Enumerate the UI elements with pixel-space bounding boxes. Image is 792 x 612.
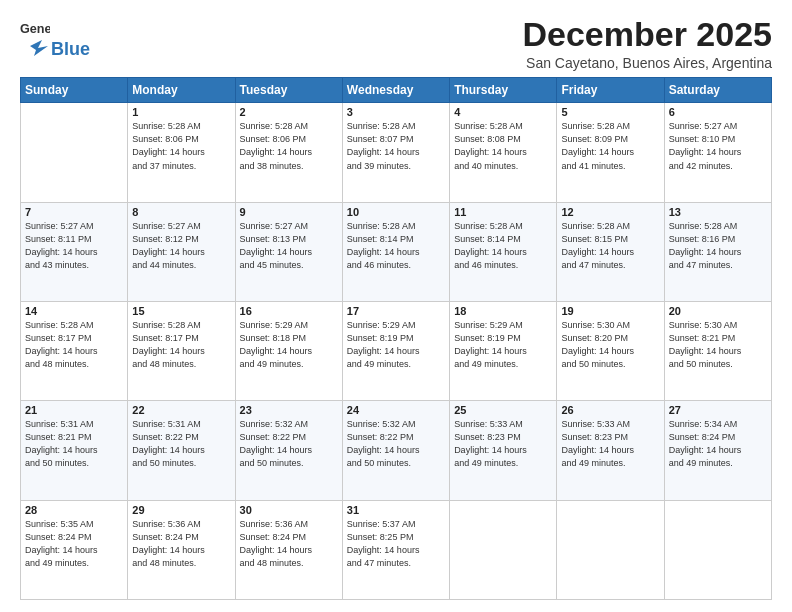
- day-number: 29: [132, 504, 230, 516]
- calendar-cell: 30Sunrise: 5:36 AM Sunset: 8:24 PM Dayli…: [235, 500, 342, 599]
- calendar-cell: [450, 500, 557, 599]
- day-info: Sunrise: 5:32 AM Sunset: 8:22 PM Dayligh…: [240, 418, 338, 470]
- day-info: Sunrise: 5:27 AM Sunset: 8:10 PM Dayligh…: [669, 120, 767, 172]
- day-info: Sunrise: 5:34 AM Sunset: 8:24 PM Dayligh…: [669, 418, 767, 470]
- calendar-header-row: SundayMondayTuesdayWednesdayThursdayFrid…: [21, 78, 772, 103]
- day-number: 17: [347, 305, 445, 317]
- calendar-cell: [21, 103, 128, 202]
- day-number: 7: [25, 206, 123, 218]
- calendar-cell: 14Sunrise: 5:28 AM Sunset: 8:17 PM Dayli…: [21, 302, 128, 401]
- calendar-cell: 16Sunrise: 5:29 AM Sunset: 8:18 PM Dayli…: [235, 302, 342, 401]
- calendar-header-sunday: Sunday: [21, 78, 128, 103]
- calendar-cell: 28Sunrise: 5:35 AM Sunset: 8:24 PM Dayli…: [21, 500, 128, 599]
- day-info: Sunrise: 5:28 AM Sunset: 8:17 PM Dayligh…: [25, 319, 123, 371]
- calendar-header-tuesday: Tuesday: [235, 78, 342, 103]
- day-number: 24: [347, 404, 445, 416]
- day-info: Sunrise: 5:36 AM Sunset: 8:24 PM Dayligh…: [132, 518, 230, 570]
- calendar-cell: 27Sunrise: 5:34 AM Sunset: 8:24 PM Dayli…: [664, 401, 771, 500]
- day-number: 15: [132, 305, 230, 317]
- logo-text-blue: Blue: [51, 39, 90, 60]
- day-number: 6: [669, 106, 767, 118]
- calendar-cell: 26Sunrise: 5:33 AM Sunset: 8:23 PM Dayli…: [557, 401, 664, 500]
- calendar-cell: 25Sunrise: 5:33 AM Sunset: 8:23 PM Dayli…: [450, 401, 557, 500]
- calendar-cell: 8Sunrise: 5:27 AM Sunset: 8:12 PM Daylig…: [128, 202, 235, 301]
- calendar-cell: 15Sunrise: 5:28 AM Sunset: 8:17 PM Dayli…: [128, 302, 235, 401]
- calendar-cell: 2Sunrise: 5:28 AM Sunset: 8:06 PM Daylig…: [235, 103, 342, 202]
- day-number: 12: [561, 206, 659, 218]
- calendar-cell: 13Sunrise: 5:28 AM Sunset: 8:16 PM Dayli…: [664, 202, 771, 301]
- day-number: 25: [454, 404, 552, 416]
- calendar-cell: 21Sunrise: 5:31 AM Sunset: 8:21 PM Dayli…: [21, 401, 128, 500]
- day-info: Sunrise: 5:28 AM Sunset: 8:17 PM Dayligh…: [132, 319, 230, 371]
- day-number: 21: [25, 404, 123, 416]
- day-info: Sunrise: 5:28 AM Sunset: 8:07 PM Dayligh…: [347, 120, 445, 172]
- calendar-cell: 23Sunrise: 5:32 AM Sunset: 8:22 PM Dayli…: [235, 401, 342, 500]
- calendar-week-row: 7Sunrise: 5:27 AM Sunset: 8:11 PM Daylig…: [21, 202, 772, 301]
- page: General Blue December 2025 San Cayetano,…: [0, 0, 792, 612]
- calendar-cell: 5Sunrise: 5:28 AM Sunset: 8:09 PM Daylig…: [557, 103, 664, 202]
- day-number: 11: [454, 206, 552, 218]
- calendar-cell: 6Sunrise: 5:27 AM Sunset: 8:10 PM Daylig…: [664, 103, 771, 202]
- day-info: Sunrise: 5:29 AM Sunset: 8:19 PM Dayligh…: [454, 319, 552, 371]
- calendar-header-wednesday: Wednesday: [342, 78, 449, 103]
- day-info: Sunrise: 5:29 AM Sunset: 8:19 PM Dayligh…: [347, 319, 445, 371]
- day-info: Sunrise: 5:33 AM Sunset: 8:23 PM Dayligh…: [561, 418, 659, 470]
- calendar: SundayMondayTuesdayWednesdayThursdayFrid…: [20, 77, 772, 600]
- calendar-header-friday: Friday: [557, 78, 664, 103]
- day-info: Sunrise: 5:28 AM Sunset: 8:08 PM Dayligh…: [454, 120, 552, 172]
- day-info: Sunrise: 5:27 AM Sunset: 8:12 PM Dayligh…: [132, 220, 230, 272]
- svg-text:General: General: [20, 22, 50, 36]
- day-number: 31: [347, 504, 445, 516]
- logo-bird-icon: [20, 38, 48, 60]
- day-info: Sunrise: 5:27 AM Sunset: 8:11 PM Dayligh…: [25, 220, 123, 272]
- day-info: Sunrise: 5:31 AM Sunset: 8:22 PM Dayligh…: [132, 418, 230, 470]
- calendar-cell: [664, 500, 771, 599]
- calendar-cell: 3Sunrise: 5:28 AM Sunset: 8:07 PM Daylig…: [342, 103, 449, 202]
- calendar-week-row: 14Sunrise: 5:28 AM Sunset: 8:17 PM Dayli…: [21, 302, 772, 401]
- day-info: Sunrise: 5:31 AM Sunset: 8:21 PM Dayligh…: [25, 418, 123, 470]
- day-number: 14: [25, 305, 123, 317]
- calendar-cell: 1Sunrise: 5:28 AM Sunset: 8:06 PM Daylig…: [128, 103, 235, 202]
- day-number: 5: [561, 106, 659, 118]
- calendar-cell: 19Sunrise: 5:30 AM Sunset: 8:20 PM Dayli…: [557, 302, 664, 401]
- calendar-cell: 11Sunrise: 5:28 AM Sunset: 8:14 PM Dayli…: [450, 202, 557, 301]
- day-number: 16: [240, 305, 338, 317]
- calendar-cell: 24Sunrise: 5:32 AM Sunset: 8:22 PM Dayli…: [342, 401, 449, 500]
- day-number: 26: [561, 404, 659, 416]
- calendar-week-row: 1Sunrise: 5:28 AM Sunset: 8:06 PM Daylig…: [21, 103, 772, 202]
- day-number: 13: [669, 206, 767, 218]
- day-number: 23: [240, 404, 338, 416]
- day-number: 22: [132, 404, 230, 416]
- day-number: 3: [347, 106, 445, 118]
- day-info: Sunrise: 5:30 AM Sunset: 8:21 PM Dayligh…: [669, 319, 767, 371]
- day-info: Sunrise: 5:35 AM Sunset: 8:24 PM Dayligh…: [25, 518, 123, 570]
- day-info: Sunrise: 5:28 AM Sunset: 8:06 PM Dayligh…: [240, 120, 338, 172]
- calendar-cell: 7Sunrise: 5:27 AM Sunset: 8:11 PM Daylig…: [21, 202, 128, 301]
- calendar-header-saturday: Saturday: [664, 78, 771, 103]
- day-number: 4: [454, 106, 552, 118]
- title-block: December 2025 San Cayetano, Buenos Aires…: [522, 16, 772, 71]
- calendar-week-row: 21Sunrise: 5:31 AM Sunset: 8:21 PM Dayli…: [21, 401, 772, 500]
- day-info: Sunrise: 5:28 AM Sunset: 8:14 PM Dayligh…: [347, 220, 445, 272]
- day-info: Sunrise: 5:37 AM Sunset: 8:25 PM Dayligh…: [347, 518, 445, 570]
- day-info: Sunrise: 5:32 AM Sunset: 8:22 PM Dayligh…: [347, 418, 445, 470]
- svg-marker-1: [30, 40, 48, 56]
- calendar-cell: 17Sunrise: 5:29 AM Sunset: 8:19 PM Dayli…: [342, 302, 449, 401]
- day-info: Sunrise: 5:28 AM Sunset: 8:16 PM Dayligh…: [669, 220, 767, 272]
- logo: General Blue: [20, 20, 90, 60]
- calendar-cell: 20Sunrise: 5:30 AM Sunset: 8:21 PM Dayli…: [664, 302, 771, 401]
- day-info: Sunrise: 5:28 AM Sunset: 8:09 PM Dayligh…: [561, 120, 659, 172]
- calendar-cell: 4Sunrise: 5:28 AM Sunset: 8:08 PM Daylig…: [450, 103, 557, 202]
- day-number: 18: [454, 305, 552, 317]
- day-info: Sunrise: 5:28 AM Sunset: 8:06 PM Dayligh…: [132, 120, 230, 172]
- calendar-cell: 29Sunrise: 5:36 AM Sunset: 8:24 PM Dayli…: [128, 500, 235, 599]
- calendar-cell: 12Sunrise: 5:28 AM Sunset: 8:15 PM Dayli…: [557, 202, 664, 301]
- calendar-cell: 18Sunrise: 5:29 AM Sunset: 8:19 PM Dayli…: [450, 302, 557, 401]
- calendar-cell: [557, 500, 664, 599]
- month-title: December 2025: [522, 16, 772, 53]
- day-info: Sunrise: 5:36 AM Sunset: 8:24 PM Dayligh…: [240, 518, 338, 570]
- calendar-header-thursday: Thursday: [450, 78, 557, 103]
- day-info: Sunrise: 5:27 AM Sunset: 8:13 PM Dayligh…: [240, 220, 338, 272]
- calendar-cell: 9Sunrise: 5:27 AM Sunset: 8:13 PM Daylig…: [235, 202, 342, 301]
- calendar-week-row: 28Sunrise: 5:35 AM Sunset: 8:24 PM Dayli…: [21, 500, 772, 599]
